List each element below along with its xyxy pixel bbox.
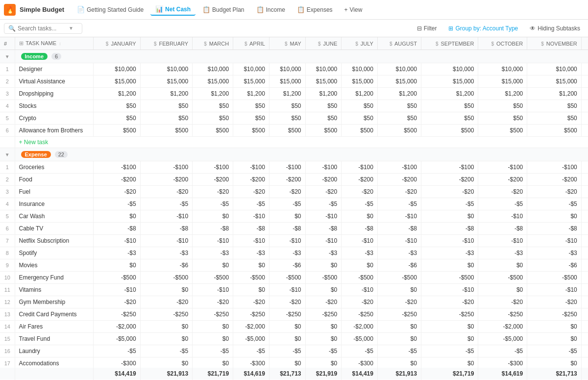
row-name[interactable]: Credit Card Payments [15, 308, 93, 321]
row-value: $500 [93, 125, 140, 137]
row-name[interactable]: Car Wash [15, 210, 93, 223]
row-name[interactable]: Gym Membership [15, 296, 93, 308]
row-value: $50 [233, 100, 270, 112]
row-value: -$200 [305, 174, 342, 186]
search-box[interactable]: 🔍 ▼ [4, 23, 82, 34]
row-name[interactable]: Groceries [15, 161, 93, 174]
row-number[interactable]: 9 [0, 259, 15, 272]
row-value: -$3 [233, 247, 270, 259]
row-number[interactable]: 2 [0, 174, 15, 186]
row-name[interactable]: Cable TV [15, 223, 93, 235]
row-value: -$10 [193, 235, 233, 247]
row-number[interactable]: 2 [0, 76, 15, 88]
row-number[interactable]: 6 [0, 125, 15, 137]
row-name[interactable]: Vitamins [15, 284, 93, 296]
row-number[interactable]: 10 [0, 272, 15, 284]
row-value: -$20 [269, 296, 305, 308]
expense-section-header[interactable]: ▼Expense22 [0, 148, 588, 161]
row-name[interactable]: Spotify [15, 247, 93, 259]
row-value: -$10 [342, 284, 378, 296]
row-number[interactable]: 1 [0, 161, 15, 174]
row-value: $0 [581, 321, 588, 333]
row-number[interactable]: 3 [0, 88, 15, 100]
row-value: $0 [581, 259, 588, 272]
row-value: $10,000 [140, 63, 193, 76]
row-number[interactable]: 4 [0, 100, 15, 112]
row-name[interactable]: Movies [15, 259, 93, 272]
income-section-header[interactable]: ▼Income6 [0, 50, 588, 63]
row-value: $50 [193, 100, 233, 112]
row-value: -$5 [342, 198, 378, 210]
row-value: -$20 [140, 186, 193, 198]
row-name[interactable]: Laundry [15, 345, 93, 357]
row-name[interactable]: Travel Fund [15, 333, 93, 345]
col-july: $ JULY [342, 37, 378, 50]
row-value: -$20 [269, 186, 305, 198]
row-number[interactable]: 15 [0, 333, 15, 345]
row-number[interactable]: 8 [0, 247, 15, 259]
tab-getting-started[interactable]: 📄 Getting Started Guide [72, 4, 148, 15]
income-header-label[interactable]: Income6 [15, 50, 588, 63]
row-name[interactable]: Netflix Subscription [15, 235, 93, 247]
tab-income[interactable]: 📋 Income [251, 4, 290, 15]
expense-chevron[interactable]: ▼ [0, 148, 15, 161]
row-value: -$100 [233, 161, 270, 174]
row-value: -$10 [478, 210, 527, 223]
income-chevron[interactable]: ▼ [0, 50, 15, 63]
row-number[interactable]: 7 [0, 235, 15, 247]
row-number[interactable]: 12 [0, 296, 15, 308]
row-value: $15,000 [305, 76, 342, 88]
row-name[interactable]: Crypto [15, 112, 93, 125]
row-number[interactable]: 1 [0, 63, 15, 76]
tab-net-cash[interactable]: 📊 Net Cash [150, 3, 196, 16]
group-by-button[interactable]: ⊞ Group by: Account Type [444, 24, 522, 33]
row-value: -$100 [478, 161, 527, 174]
row-number[interactable]: 5 [0, 210, 15, 223]
row-number[interactable]: 14 [0, 321, 15, 333]
row-number[interactable]: 16 [0, 345, 15, 357]
row-name[interactable]: Air Fares [15, 321, 93, 333]
row-value: -$3 [193, 247, 233, 259]
row-name[interactable]: Food [15, 174, 93, 186]
row-name[interactable]: Emergency Fund [15, 272, 93, 284]
new-task-button-income[interactable]: + New task [15, 137, 588, 148]
row-name[interactable]: Fuel [15, 186, 93, 198]
search-input[interactable] [18, 25, 67, 32]
row-number[interactable]: 13 [0, 308, 15, 321]
row-name[interactable]: Allowance from Brothers [15, 125, 93, 137]
row-value: -$5 [478, 198, 527, 210]
row-number[interactable]: 3 [0, 186, 15, 198]
row-number[interactable]: 6 [0, 223, 15, 235]
row-value: -$500 [581, 272, 588, 284]
row-value: -$2,000 [233, 321, 270, 333]
totals-value: $21,919 [305, 368, 342, 380]
row-value: $50 [93, 112, 140, 125]
row-name[interactable]: Designer [15, 63, 93, 76]
row-value: -$100 [527, 161, 582, 174]
row-number[interactable]: 4 [0, 198, 15, 210]
filter-button[interactable]: ⊟ Filter [413, 24, 441, 33]
row-number[interactable]: 11 [0, 284, 15, 296]
row-value: -$10 [342, 235, 378, 247]
row-value: -$10 [377, 235, 421, 247]
row-value: -$20 [233, 186, 270, 198]
row-number[interactable]: 5 [0, 112, 15, 125]
row-name[interactable]: Dropshipping [15, 88, 93, 100]
row-name[interactable]: Virtual Assistance [15, 76, 93, 88]
row-value: -$3 [581, 247, 588, 259]
row-value: -$5 [193, 345, 233, 357]
row-value: $15,000 [93, 76, 140, 88]
tab-budget-plan[interactable]: 📋 Budget Plan [197, 4, 249, 15]
row-value: -$20 [527, 296, 582, 308]
row-name[interactable]: Stocks [15, 100, 93, 112]
row-name[interactable]: Insurance [15, 198, 93, 210]
row-value: $15,000 [140, 76, 193, 88]
col-october: $ OCTOBER [478, 37, 527, 50]
hiding-subtasks-button[interactable]: 👁 Hiding Subtasks [526, 24, 584, 33]
tab-view[interactable]: + View [340, 4, 368, 15]
row-value: -$3 [377, 247, 421, 259]
tab-expenses[interactable]: 📋 Expenses [292, 4, 338, 15]
expense-header-label[interactable]: Expense22 [15, 148, 588, 161]
row-value: -$20 [193, 186, 233, 198]
col-september: $ SEPTEMBER [421, 37, 478, 50]
